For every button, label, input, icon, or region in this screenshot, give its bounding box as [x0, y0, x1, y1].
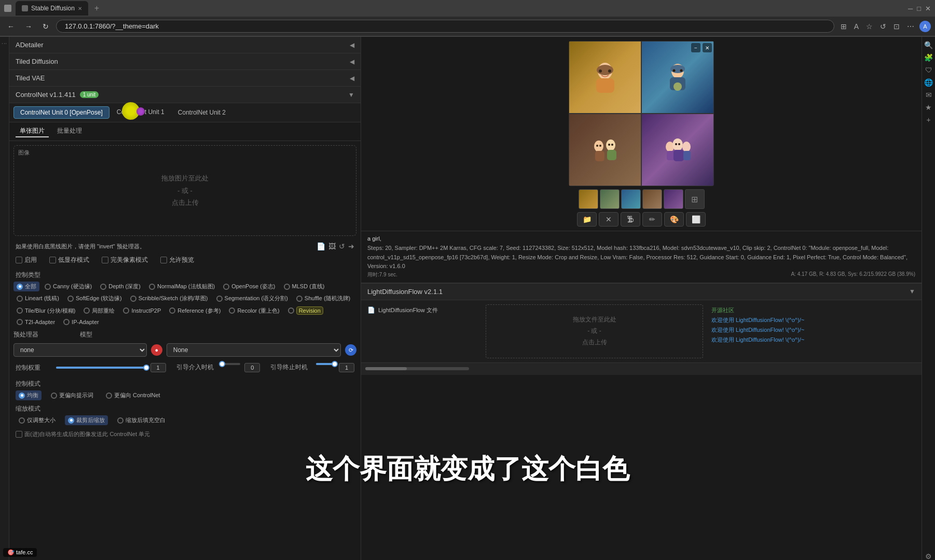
controlnet-section[interactable]: ControlNet v1.1.411 1 unit ▼	[9, 87, 361, 103]
minimize-button[interactable]: ─	[908, 5, 913, 12]
enable-checkbox[interactable]: 启用	[16, 256, 37, 264]
ct-tile[interactable]: Tile/Blur (分块/模糊)	[13, 305, 78, 316]
puzzle-icon[interactable]: 🧩	[924, 53, 933, 62]
tiled-diffusion-section[interactable]: Tiled Diffusion ◀	[9, 53, 361, 70]
thumb-3[interactable]	[621, 189, 641, 209]
profile-icon[interactable]: A	[919, 21, 931, 32]
send-icon[interactable]: ➜	[348, 242, 354, 250]
cm-controlnet[interactable]: 更偏向 ControlNet	[103, 390, 163, 400]
search-right-icon[interactable]: 🔍	[924, 41, 933, 49]
weight-slider[interactable]	[56, 367, 146, 369]
guidance-start-thumb[interactable]	[219, 361, 225, 367]
refresh-icon[interactable]: ↺	[878, 21, 888, 32]
ct-inpaint[interactable]: 局部重绘	[80, 305, 118, 316]
cn-tab-0[interactable]: ControlNet Unit 0 [OpenPose]	[13, 106, 109, 119]
guidance-end-slider[interactable]	[316, 363, 335, 365]
ct-normalmap[interactable]: NormalMap (法线贴图)	[146, 282, 218, 291]
paint-btn[interactable]: 🎨	[664, 212, 684, 227]
star-right-icon[interactable]: ★	[925, 103, 932, 111]
maximize-button[interactable]: □	[917, 5, 921, 12]
model-select[interactable]: None	[167, 343, 341, 357]
sm-resize-only[interactable]: 仅调整大小	[16, 415, 59, 425]
shield-icon[interactable]: 🛡	[925, 66, 932, 74]
ct-shuffle[interactable]: Shuffle (随机洗牌)	[293, 293, 353, 303]
tiled-vae-section[interactable]: Tiled VAE ◀	[9, 70, 361, 87]
forward-button[interactable]: →	[22, 21, 35, 32]
edit-btn[interactable]: ✏	[642, 212, 662, 227]
gear-right-icon[interactable]: ⚙	[925, 552, 932, 560]
guidance-end-value[interactable]: 1	[339, 363, 354, 372]
more-icon[interactable]: ⋯	[905, 21, 916, 32]
preprocessor-red-btn[interactable]: ●	[151, 344, 162, 356]
ct-lineart[interactable]: Lineart (线稿)	[13, 293, 62, 303]
tab-close-button[interactable]: ✕	[78, 6, 82, 11]
reload-button[interactable]: ↻	[39, 21, 52, 32]
ct-instructp2p[interactable]: InstructP2P	[120, 305, 164, 316]
sm-crop-resize[interactable]: 裁剪后缩放	[65, 415, 108, 425]
allow-preview-checkbox[interactable]: 允许预览	[160, 256, 194, 264]
ldf-link-2[interactable]: 欢迎使用 LightDiffusionFlow! \(^o^)/~	[711, 326, 915, 334]
ct-canny[interactable]: Canny (硬边缘)	[42, 282, 95, 291]
ct-revision[interactable]: Revision	[285, 305, 326, 316]
select-btn[interactable]: ⬜	[686, 212, 706, 227]
ct-openpose[interactable]: OpenPose (姿志)	[220, 282, 278, 291]
low-vram-checkbox[interactable]: 低显存模式	[49, 256, 89, 264]
active-tab[interactable]: Stable Diffusion ✕	[16, 1, 88, 16]
gallery-minus-btn[interactable]: −	[691, 43, 700, 52]
sm-fill[interactable]: 缩放后填充空白	[114, 415, 169, 425]
globe-icon[interactable]: 🌐	[924, 78, 933, 87]
ct-depth[interactable]: Depth (深度)	[97, 282, 144, 291]
perfect-pixel-checkbox[interactable]: 完美像素模式	[102, 256, 148, 264]
upload-tab-batch[interactable]: 批量处理	[53, 125, 86, 137]
cm-balanced[interactable]: 均衡	[16, 390, 42, 400]
mail-icon[interactable]: ✉	[926, 91, 932, 99]
cn-tab-2[interactable]: ControlNet Unit 2	[172, 106, 232, 119]
ldf-header[interactable]: LightDiffusionFlow v2.1.1 ▼	[361, 284, 922, 300]
scrollbar-thumb[interactable]	[365, 367, 407, 370]
cross-btn[interactable]: ✕	[599, 212, 618, 227]
ct-recolor[interactable]: Recolor (重上色)	[226, 305, 282, 316]
preprocessor-select[interactable]: none	[13, 343, 147, 357]
guidance-start-value[interactable]: 0	[244, 363, 260, 372]
thumb-5[interactable]	[664, 189, 683, 209]
thumb-6[interactable]: ⊞	[685, 189, 705, 209]
plus-icon[interactable]: +	[926, 116, 930, 124]
ldf-link-1[interactable]: 欢迎使用 LightDiffusionFlow! \(^o^)/~	[711, 316, 915, 324]
folder-btn[interactable]: 📁	[577, 212, 597, 227]
new-tab-button[interactable]: +	[90, 3, 103, 14]
ct-t2i[interactable]: T2I-Adapter	[13, 318, 58, 326]
ct-scribble[interactable]: Scribble/Sketch (涂鸦/草图)	[127, 293, 211, 303]
guidance-start-slider[interactable]	[222, 363, 241, 365]
back-button[interactable]: ←	[4, 21, 18, 32]
ct-segmentation[interactable]: Segmentation (语义分割)	[213, 293, 291, 303]
image-icon[interactable]: 🖼	[328, 242, 336, 250]
url-input[interactable]	[56, 20, 834, 33]
extensions-icon[interactable]: ⊡	[891, 21, 902, 32]
copy-icon[interactable]: 📄	[317, 242, 325, 250]
guidance-end-thumb[interactable]	[332, 361, 338, 367]
ldf-community-link[interactable]: 开源社区	[711, 306, 915, 314]
bookmark-icon[interactable]: ☆	[864, 21, 875, 32]
bottom-cb-label[interactable]: 面(进)自动将生成后的图像发送此 ControlNet 单元	[16, 430, 354, 438]
adetailer-section[interactable]: ADetailer ◀	[9, 37, 361, 53]
ldf-link-3[interactable]: 欢迎使用 LightDiffusionFlow! \(^o^)/~	[711, 336, 915, 344]
ct-softedge[interactable]: SoftEdge (软边缘)	[64, 293, 125, 303]
zip-btn[interactable]: 🗜	[621, 212, 640, 227]
translate-icon[interactable]: ⊞	[838, 21, 849, 32]
scrollbar-track[interactable]	[365, 367, 469, 370]
weight-thumb[interactable]	[143, 365, 149, 371]
close-button[interactable]: ✕	[925, 5, 931, 12]
gallery-close-btn[interactable]: ✕	[703, 43, 712, 52]
ct-ipadapter[interactable]: IP-Adapter	[60, 318, 102, 326]
thumb-1[interactable]	[579, 189, 598, 209]
image-drop-zone[interactable]: 图像 拖放图片至此处 - 或 - 点击上传	[13, 145, 356, 236]
weight-value[interactable]: 1	[150, 363, 166, 372]
cm-prompt[interactable]: 更偏向提示词	[48, 390, 97, 400]
refresh2-icon[interactable]: ↺	[339, 242, 345, 250]
ct-reference[interactable]: Reference (参考)	[166, 305, 224, 316]
thumb-2[interactable]	[600, 189, 620, 209]
model-blue-btn[interactable]: ⟳	[345, 344, 356, 356]
upload-tab-single[interactable]: 单张图片	[16, 125, 49, 137]
ct-mlsd[interactable]: MLSD (直线)	[281, 282, 328, 291]
thumb-4[interactable]	[642, 189, 662, 209]
